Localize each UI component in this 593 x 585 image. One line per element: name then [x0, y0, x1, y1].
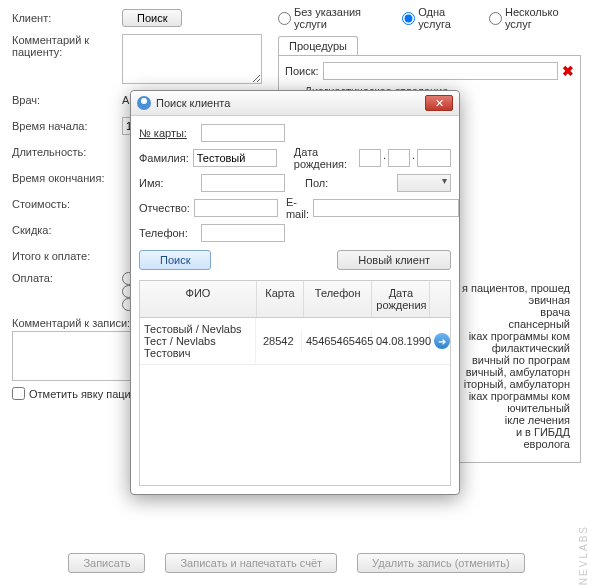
dialog-title: Поиск клиента [156, 97, 425, 109]
watermark: © NEVLABS [578, 525, 589, 585]
dob-day-input[interactable] [359, 149, 381, 167]
cell-card: 28542 [256, 330, 302, 352]
middlename-input[interactable] [194, 199, 278, 217]
email-input[interactable] [313, 199, 459, 217]
dialog-titlebar[interactable]: Поиск клиента ✕ [131, 91, 459, 116]
phone-input[interactable] [201, 224, 285, 242]
client-search-dialog: Поиск клиента ✕ № карты: Фамилия: Дата р… [130, 90, 460, 495]
table-row[interactable]: Тестовый / Nevlabs Тест / Nevlabs Тестов… [140, 318, 450, 365]
proc-search-label: Поиск: [285, 65, 319, 77]
save-print-button[interactable]: Записать и напечатать счёт [165, 553, 337, 573]
sex-select[interactable] [397, 174, 451, 192]
select-row-icon[interactable]: ➜ [434, 333, 450, 349]
modal-search-button[interactable]: Поиск [139, 250, 211, 270]
lastname-input[interactable] [193, 149, 277, 167]
firstname-label: Имя: [139, 177, 197, 189]
middlename-label: Отчество: [139, 202, 190, 214]
col-dob[interactable]: Дата рождения [372, 281, 430, 317]
cell-dob: 04.08.1990 [372, 330, 430, 352]
tab-procedures[interactable]: Процедуры [278, 36, 358, 55]
sex-label: Пол: [305, 177, 393, 189]
service-radio-one[interactable]: Одна услуга [402, 6, 475, 30]
delete-button[interactable]: Удалить запись (отменить) [357, 553, 525, 573]
close-icon[interactable]: ✕ [425, 95, 453, 111]
dob-year-input[interactable] [417, 149, 451, 167]
firstname-input[interactable] [201, 174, 285, 192]
col-card[interactable]: Карта [257, 281, 304, 317]
phone-label: Телефон: [139, 227, 197, 239]
dob-month-input[interactable] [388, 149, 410, 167]
email-label: E-mail: [286, 196, 309, 220]
new-client-button[interactable]: Новый клиент [337, 250, 451, 270]
dob-label: Дата рождения: [294, 146, 355, 170]
results-grid: ФИО Карта Телефон Дата рождения Тестовый… [139, 280, 451, 486]
cell-phone: 45465465465 [302, 330, 372, 352]
lastname-label: Фамилия: [139, 152, 189, 164]
person-search-icon [137, 96, 151, 110]
clear-search-icon[interactable]: ✖ [562, 63, 574, 79]
proc-search-input[interactable] [323, 62, 558, 80]
card-number-input[interactable] [201, 124, 285, 142]
save-button[interactable]: Записать [68, 553, 145, 573]
col-action [430, 281, 450, 317]
col-phone[interactable]: Телефон [304, 281, 372, 317]
service-radio-none[interactable]: Без указания услуги [278, 6, 388, 30]
cell-fio: Тестовый / Nevlabs Тест / Nevlabs Тестов… [140, 318, 256, 364]
col-fio[interactable]: ФИО [140, 281, 257, 317]
service-radio-many[interactable]: Несколько услуг [489, 6, 581, 30]
card-number-label: № карты: [139, 127, 197, 139]
